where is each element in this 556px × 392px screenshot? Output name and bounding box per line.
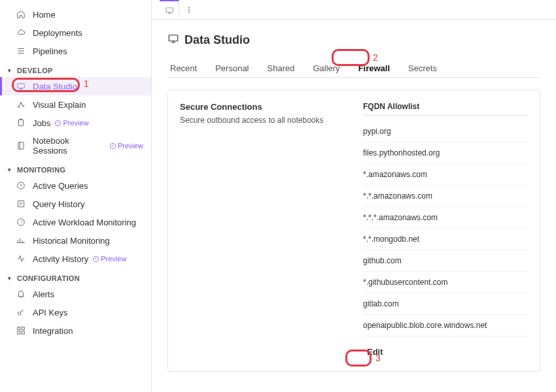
tab-firewall[interactable]: Firewall <box>358 59 390 77</box>
svg-rect-16 <box>22 331 24 334</box>
allowlist-row: *.*.amazonaws.com <box>363 186 528 207</box>
notebook-icon <box>16 140 26 151</box>
studio-icon <box>16 81 26 91</box>
panel-right: FQDN Allowlist pypi.orgfiles.pythonhoste… <box>363 102 528 359</box>
cloud-icon <box>16 27 26 38</box>
gauge-icon <box>16 217 26 227</box>
history-icon <box>16 199 26 209</box>
sidebar-item-label: Active Workload Monitoring <box>33 218 136 227</box>
sidebar-item-pipelines[interactable]: Pipelines <box>0 42 151 60</box>
section-title: CONFIGURATION <box>17 274 80 282</box>
allowlist-row: pypi.org <box>363 121 528 142</box>
svg-point-19 <box>188 9 190 10</box>
sidebar-item-label: Data Studio <box>33 82 77 91</box>
svg-point-20 <box>188 11 190 12</box>
svg-rect-13 <box>18 327 20 330</box>
tab-personal[interactable]: Personal <box>215 59 249 77</box>
studio-icon <box>167 33 179 48</box>
graph-icon <box>16 99 26 110</box>
sidebar-item-label: API Keys <box>33 308 67 318</box>
tab-shared[interactable]: Shared <box>268 59 295 77</box>
sidebar-item-alerts[interactable]: Alerts <box>0 285 151 303</box>
svg-point-18 <box>188 7 190 8</box>
svg-rect-15 <box>18 331 20 334</box>
allowlist-row: *.*.*.amazonaws.com <box>363 207 528 229</box>
sidebar-item-visual-explain[interactable]: Visual Explain <box>0 95 151 114</box>
bar-icon <box>16 235 26 246</box>
sidebar-section-configuration[interactable]: ▾CONFIGURATION <box>0 268 151 285</box>
sidebar-item-label: Deployments <box>33 28 82 38</box>
sidebar-section-develop[interactable]: ▾DEVELOP <box>0 60 151 77</box>
page-title-text: Data Studio <box>184 33 250 47</box>
sidebar-item-data-studio[interactable]: Data Studio <box>0 77 151 95</box>
sidebar-item-deployments[interactable]: Deployments <box>0 24 151 42</box>
svg-point-2 <box>20 103 22 104</box>
panel-description: Secure outbound access to all notebooks <box>180 116 363 125</box>
allowlist-row: files.pythonhosted.org <box>363 142 528 164</box>
svg-rect-21 <box>169 35 178 41</box>
page-title: Data Studio <box>167 33 540 48</box>
grid-icon <box>16 325 26 336</box>
tab-secrets[interactable]: Secrets <box>408 59 437 77</box>
preview-badge: Preview <box>92 255 126 263</box>
sidebar-item-api-keys[interactable]: API Keys <box>0 303 151 321</box>
home-icon <box>16 9 26 20</box>
section-title: MONITORING <box>17 166 65 174</box>
sidebar: HomeDeploymentsPipelines ▾DEVELOPData St… <box>0 0 152 392</box>
topbar-tab-studio[interactable] <box>160 0 179 20</box>
content-tabs: RecentPersonalSharedGalleryFirewallSecre… <box>167 59 540 78</box>
main-area: Data Studio RecentPersonalSharedGalleryF… <box>152 0 556 392</box>
sidebar-item-label: Jobs <box>33 118 50 128</box>
allowlist-row: *.*.mongodb.net <box>363 229 528 250</box>
preview-badge: Preview <box>109 142 143 150</box>
chevron-down-icon: ▾ <box>8 67 14 74</box>
sidebar-item-active-queries[interactable]: Active Queries <box>0 176 151 195</box>
allowlist-row: openaipublic.blob.core.windows.net <box>363 315 528 336</box>
sidebar-item-home[interactable]: Home <box>0 5 151 24</box>
svg-rect-4 <box>19 120 24 125</box>
svg-rect-9 <box>18 201 24 206</box>
sidebar-item-active-workload-monitoring[interactable]: Active Workload Monitoring <box>0 213 151 231</box>
tab-gallery[interactable]: Gallery <box>313 59 339 77</box>
preview-badge: Preview <box>54 119 88 127</box>
svg-rect-0 <box>18 84 25 88</box>
sidebar-section-monitoring[interactable]: ▾MONITORING <box>0 159 151 176</box>
chevron-down-icon: ▾ <box>8 167 14 173</box>
svg-rect-14 <box>22 327 24 330</box>
svg-rect-17 <box>165 7 173 12</box>
svg-rect-6 <box>18 142 24 150</box>
topbar-tab-more[interactable] <box>179 0 199 20</box>
sidebar-item-label: Historical Monitoring <box>33 236 110 246</box>
chevron-down-icon: ▾ <box>8 275 14 282</box>
clipboard-icon <box>16 118 26 128</box>
allowlist-row: gitlab.com <box>363 293 528 315</box>
sidebar-item-notebook-sessions[interactable]: Notebook SessionsPreview <box>0 132 151 159</box>
sidebar-item-integration[interactable]: Integration <box>0 321 151 340</box>
sidebar-item-label: Integration <box>33 326 73 336</box>
firewall-panel: Secure Connections Secure outbound acces… <box>167 90 540 372</box>
editor-topbar <box>152 0 556 20</box>
tab-recent[interactable]: Recent <box>170 59 197 77</box>
sidebar-item-label: Activity History <box>33 254 88 264</box>
sidebar-item-label: Visual Explain <box>33 100 86 110</box>
section-title: DEVELOP <box>17 67 53 74</box>
sidebar-item-activity-history[interactable]: Activity HistoryPreview <box>0 250 151 268</box>
sidebar-item-query-history[interactable]: Query History <box>0 195 151 213</box>
svg-point-12 <box>18 312 21 315</box>
page-content: Data Studio RecentPersonalSharedGalleryF… <box>152 20 556 392</box>
sidebar-item-label: Pipelines <box>33 46 67 56</box>
sidebar-item-label: Active Queries <box>33 181 88 191</box>
bell-icon <box>16 289 26 299</box>
sidebar-item-historical-monitoring[interactable]: Historical Monitoring <box>0 231 151 250</box>
allowlist-row: github.com <box>363 250 528 272</box>
allowlist-row: *.githubusercontent.com <box>363 272 528 293</box>
sidebar-item-label: Query History <box>33 199 84 209</box>
svg-point-1 <box>18 106 19 107</box>
panel-left: Secure Connections Secure outbound acces… <box>180 102 363 359</box>
edit-button[interactable]: Edit <box>363 344 387 359</box>
sidebar-item-jobs[interactable]: JobsPreview <box>0 114 151 132</box>
panel-title: Secure Connections <box>180 102 363 112</box>
activity-icon <box>16 253 26 264</box>
sidebar-item-label: Notebook Sessions <box>33 136 105 155</box>
svg-point-3 <box>22 105 24 106</box>
